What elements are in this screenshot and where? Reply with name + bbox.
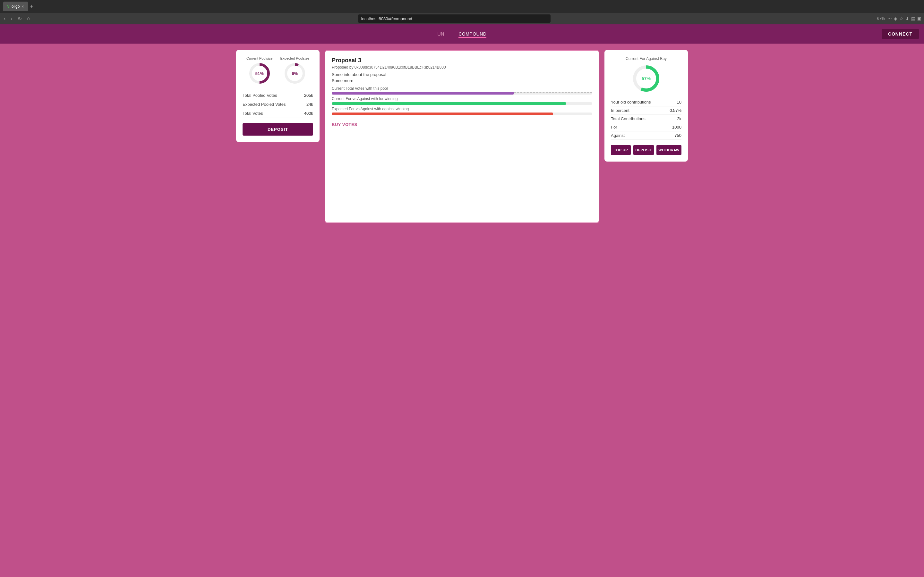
for-label: For <box>611 125 617 129</box>
proposal-title: Proposal 3 <box>332 57 592 64</box>
right-stats-table: Your old contributions 10 In percent 0.5… <box>611 98 682 140</box>
stat-row-expected-pooled: Expected Pooled Votes 24k <box>242 100 313 109</box>
against-bar-fill <box>332 113 553 115</box>
old-contributions-value: 10 <box>677 100 682 105</box>
top-up-button[interactable]: TOP UP <box>611 145 631 155</box>
right-card: Current For Against Buy 57% Your old con… <box>604 50 688 161</box>
right-donut-pct: 57% <box>642 76 651 81</box>
expected-poolsize-pct: 6% <box>292 71 298 76</box>
tab-title: oligo <box>11 4 19 9</box>
left-card: Current Poolsize 51% Expected Poolsize <box>236 50 320 142</box>
stat-row-total-contributions: Total Contributions 2k <box>611 115 682 123</box>
nav-link-compound[interactable]: COMPOUND <box>459 30 486 38</box>
toolbar-icons: ⋯ ◈ ☆ ⬇ ▤ ▣ <box>887 16 921 21</box>
in-percent-label: In percent <box>611 108 630 113</box>
donut-row: Current Poolsize 51% Expected Poolsize <box>242 56 313 85</box>
deposit-button[interactable]: DEPOSIT <box>242 123 313 135</box>
proposal-proposer: Proposed by 0x808dc30754D2140a6B1c0fB18B… <box>332 65 592 69</box>
total-pooled-label: Total Pooled Votes <box>242 93 277 98</box>
address-input[interactable] <box>358 15 551 23</box>
stat-row-in-percent: In percent 0.57% <box>611 106 682 115</box>
against-bar-track <box>332 113 592 115</box>
total-pooled-value: 205k <box>304 93 313 98</box>
against-bar-label: Expected For vs Against with against win… <box>332 107 592 111</box>
expected-poolsize-container: Expected Poolsize 6% <box>280 56 309 85</box>
old-contributions-label: Your old contributions <box>611 100 651 105</box>
total-votes-bar-track <box>332 92 592 95</box>
action-buttons: TOP UP DEPOSIT WITHDRAW <box>611 145 682 155</box>
current-poolsize-pct: 51% <box>255 71 264 76</box>
for-bar-label: Current For vs Against with for winning <box>332 97 592 101</box>
stat-row-total-votes: Total Votes 400k <box>242 109 313 118</box>
current-poolsize-donut: 51% <box>248 62 271 85</box>
total-contributions-label: Total Contributions <box>611 116 646 121</box>
expected-pooled-value: 24k <box>306 102 313 107</box>
home-button[interactable]: ⌂ <box>26 15 31 22</box>
tab-bar: V oligo ✕ + <box>3 2 921 11</box>
pocket-icon[interactable]: ◈ <box>894 16 897 21</box>
app-header: UNI COMPOUND CONNECT <box>0 24 924 44</box>
nav-link-uni[interactable]: UNI <box>438 30 446 38</box>
in-percent-value: 0.57% <box>670 108 682 113</box>
total-votes-bar-fill <box>332 92 514 95</box>
for-value: 1000 <box>672 125 682 129</box>
back-button[interactable]: ‹ <box>3 15 7 22</box>
for-bar-track <box>332 102 592 105</box>
stat-row-total-pooled: Total Pooled Votes 205k <box>242 91 313 100</box>
zoom-level: 67% <box>877 16 885 21</box>
expected-poolsize-label: Expected Poolsize <box>280 56 309 60</box>
sidebar-icon[interactable]: ▤ <box>911 16 915 21</box>
withdraw-button[interactable]: WITHDRAW <box>656 145 682 155</box>
right-donut-wrapper: 57% <box>632 64 661 93</box>
dotted-line <box>514 92 592 95</box>
right-donut-center: 57% <box>611 64 682 93</box>
more-tools-icon[interactable]: ⋯ <box>887 16 892 21</box>
stat-row-against: Against 750 <box>611 131 682 140</box>
expected-pooled-label: Expected Pooled Votes <box>242 102 286 107</box>
total-contributions-value: 2k <box>677 116 682 121</box>
right-card-title: Current For Against Buy <box>611 56 682 61</box>
download-icon[interactable]: ⬇ <box>905 16 909 21</box>
forward-button[interactable]: › <box>9 15 13 22</box>
proposal-info1: Some info about the proposal <box>332 72 592 77</box>
screenshot-icon[interactable]: ▣ <box>917 16 921 21</box>
total-votes-label: Total Votes <box>242 111 263 116</box>
proposal-info2: Some more <box>332 78 592 83</box>
new-tab-button[interactable]: + <box>30 3 33 10</box>
expected-poolsize-donut: 6% <box>284 62 306 85</box>
main-nav: UNI COMPOUND <box>438 30 487 38</box>
against-label: Against <box>611 133 625 138</box>
main-content: Current Poolsize 51% Expected Poolsize <box>231 44 693 229</box>
bookmark-icon[interactable]: ☆ <box>899 16 903 21</box>
buy-votes-link[interactable]: BUY VOTES <box>332 122 357 127</box>
tab-favicon: V <box>7 4 10 9</box>
current-poolsize-container: Current Poolsize 51% <box>246 56 272 85</box>
left-stats-table: Total Pooled Votes 205k Expected Pooled … <box>242 91 313 118</box>
total-votes-bar-label: Current Total Votes with this pool <box>332 86 592 91</box>
against-value: 750 <box>674 133 682 138</box>
stat-row-old-contributions: Your old contributions 10 <box>611 98 682 106</box>
right-deposit-button[interactable]: DEPOSIT <box>633 145 654 155</box>
stat-row-for: For 1000 <box>611 123 682 131</box>
active-tab[interactable]: V oligo ✕ <box>3 2 28 11</box>
proposal-card: Proposal 3 Proposed by 0x808dc30754D2140… <box>325 50 599 223</box>
browser-chrome: V oligo ✕ + <box>0 0 924 13</box>
reload-button[interactable]: ↻ <box>16 15 23 23</box>
for-bar-fill <box>332 102 566 105</box>
current-poolsize-label: Current Poolsize <box>246 56 272 60</box>
vote-bars: Current Total Votes with this pool Curre… <box>332 86 592 115</box>
connect-button[interactable]: CONNECT <box>882 29 919 39</box>
address-row: ‹ › ↻ ⌂ 67% ⋯ ◈ ☆ ⬇ ▤ ▣ <box>0 13 924 24</box>
total-votes-value: 400k <box>304 111 313 116</box>
tab-close-icon[interactable]: ✕ <box>21 5 24 8</box>
